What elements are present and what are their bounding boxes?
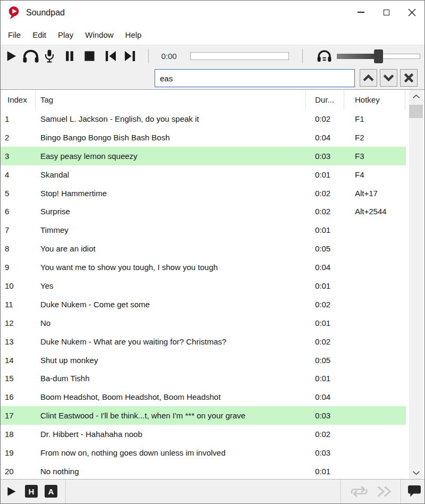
fast-forward-button[interactable] xyxy=(372,480,397,503)
row-tag: Duke Nukem - Come get some xyxy=(36,300,306,309)
row-tag: Stop! Hammertime xyxy=(36,189,306,198)
row-tag: No nothing xyxy=(36,467,306,476)
row-hotkey: Alt+2544 xyxy=(344,207,406,216)
statusbar-separator xyxy=(401,480,401,503)
row-index: 10 xyxy=(1,281,36,290)
play-through-speakers-button[interactable] xyxy=(21,45,41,67)
table-row[interactable]: 13 Duke Nukem - What are you waiting for… xyxy=(1,332,406,351)
row-duration: 0:03 xyxy=(306,411,344,420)
scroll-down-icon xyxy=(412,471,420,475)
volume-slider[interactable] xyxy=(337,54,420,59)
table-row[interactable]: 3 Easy peasy lemon squeezy 0:03 F3 xyxy=(1,147,406,165)
search-input[interactable] xyxy=(155,69,355,87)
row-duration: 0:05 xyxy=(306,356,344,365)
table-row[interactable]: 20 No nothing 0:01 xyxy=(1,462,406,479)
row-hotkey: F3 xyxy=(344,152,406,161)
search-next-button[interactable] xyxy=(380,69,397,87)
row-duration: 0:02 xyxy=(306,300,344,309)
row-duration: 0:01 xyxy=(306,467,344,476)
microphone-icon xyxy=(43,49,56,63)
volume-handle[interactable] xyxy=(374,49,383,63)
listen-toggle-button[interactable] xyxy=(313,45,335,67)
row-duration: 0:02 xyxy=(306,430,344,439)
column-header-tag[interactable]: Tag xyxy=(36,90,306,110)
menu-play[interactable]: Play xyxy=(52,27,79,43)
pause-icon xyxy=(64,50,75,62)
table-row[interactable]: 15 Ba-dum Tishh 0:01 xyxy=(1,369,406,388)
row-duration: 0:02 xyxy=(306,337,344,346)
menu-window[interactable]: Window xyxy=(79,27,119,43)
menu-help[interactable]: Help xyxy=(120,27,148,43)
row-tag: Boom Headshot, Boom Headshot, Boom Heads… xyxy=(36,392,306,401)
row-index: 18 xyxy=(1,430,36,439)
row-duration: 0:05 xyxy=(306,244,344,253)
row-index: 11 xyxy=(1,300,36,309)
microphone-button[interactable] xyxy=(41,45,57,67)
menu-edit[interactable]: Edit xyxy=(27,27,52,43)
table-row[interactable]: 6 Surprise 0:02 Alt+2544 xyxy=(1,202,406,221)
minimize-button[interactable] xyxy=(348,1,373,24)
feedback-button[interactable] xyxy=(405,480,423,503)
soundpad-window: Soundpad File Edit Play Window Help xyxy=(0,0,425,504)
vertical-scrollbar[interactable] xyxy=(409,90,423,479)
toolbar-separator xyxy=(302,49,303,63)
row-tag: Easy peasy lemon squeezy xyxy=(36,152,306,161)
previous-button[interactable] xyxy=(101,45,120,67)
table-row[interactable]: 5 Stop! Hammertime 0:02 Alt+17 xyxy=(1,184,406,203)
row-hotkey: F1 xyxy=(344,114,406,123)
search-previous-button[interactable] xyxy=(360,69,377,87)
row-tag: Bingo Bango Bongo Bish Bash Bosh xyxy=(36,133,306,142)
seek-bar[interactable] xyxy=(190,52,289,60)
row-index: 16 xyxy=(1,392,36,401)
table-row[interactable]: 17 Clint Eastwood - I'll be think...t, w… xyxy=(1,406,406,425)
table-header: Index Tag Dur... Hotkey xyxy=(1,90,424,110)
row-index: 7 xyxy=(1,225,36,234)
skip-next-icon xyxy=(123,50,137,62)
scroll-up-button[interactable] xyxy=(409,90,423,103)
table-row[interactable]: 12 No 0:01 xyxy=(1,314,406,332)
stop-button[interactable] xyxy=(80,45,98,67)
table-row[interactable]: 18 Dr. Hibbert - Hahahaha noob 0:02 xyxy=(1,425,406,443)
headphones-icon xyxy=(22,49,40,63)
table-row[interactable]: 9 You want me to show you tough, I show … xyxy=(1,258,406,276)
table-row[interactable]: 2 Bingo Bango Bongo Bish Bash Bosh 0:04 … xyxy=(1,128,406,147)
column-header-hotkey[interactable]: Hotkey xyxy=(344,90,405,110)
table-row[interactable]: 4 Skandal 0:01 F4 xyxy=(1,165,406,184)
play-button[interactable] xyxy=(4,45,19,67)
volume-fill xyxy=(337,54,379,59)
table-row[interactable]: 7 Timmey 0:01 xyxy=(1,221,406,239)
table-row[interactable]: 10 Yes 0:01 xyxy=(1,276,406,295)
feedback-bubble-icon xyxy=(407,485,422,499)
sound-table-body: 1 Samuel L. Jackson - English, do you sp… xyxy=(1,110,424,479)
table-row[interactable]: 16 Boom Headshot, Boom Headshot, Boom He… xyxy=(1,388,406,406)
repeat-button[interactable] xyxy=(347,480,371,503)
pause-button[interactable] xyxy=(61,45,78,67)
row-index: 9 xyxy=(1,263,36,272)
search-bar xyxy=(1,67,424,89)
table-row[interactable]: 8 You are an idiot 0:05 xyxy=(1,239,406,258)
maximize-button[interactable] xyxy=(373,1,399,24)
column-header-index[interactable]: Index xyxy=(1,90,36,110)
row-index: 13 xyxy=(1,337,36,346)
row-tag: From now on, nothing goes down unless im… xyxy=(36,448,306,457)
row-tag: You want me to show you tough, I show yo… xyxy=(36,263,306,272)
close-button[interactable] xyxy=(399,1,424,24)
menu-file[interactable]: File xyxy=(2,27,27,43)
hotkeys-toggle[interactable]: H xyxy=(25,485,38,498)
table-row[interactable]: 11 Duke Nukem - Come get some 0:02 xyxy=(1,295,406,314)
scroll-down-button[interactable] xyxy=(409,466,423,479)
search-close-button[interactable] xyxy=(400,69,418,87)
table-row[interactable]: 19 From now on, nothing goes down unless… xyxy=(1,443,406,462)
row-index: 15 xyxy=(1,374,36,383)
next-button[interactable] xyxy=(121,45,139,67)
table-row[interactable]: 14 Shut up monkey 0:05 xyxy=(1,351,406,369)
scroll-up-icon xyxy=(412,94,420,99)
scrollbar-thumb[interactable] xyxy=(409,105,423,118)
minimize-icon xyxy=(358,12,364,13)
row-tag: Samuel L. Jackson - English, do you spea… xyxy=(36,114,306,123)
sound-list: Index Tag Dur... Hotkey 1 Samuel L. Jack… xyxy=(1,89,424,479)
row-tag: Clint Eastwood - I'll be think...t, when… xyxy=(36,411,306,420)
column-header-duration[interactable]: Dur... xyxy=(306,90,344,110)
table-row[interactable]: 1 Samuel L. Jackson - English, do you sp… xyxy=(1,110,406,128)
autoplay-toggle[interactable]: A xyxy=(45,485,57,498)
